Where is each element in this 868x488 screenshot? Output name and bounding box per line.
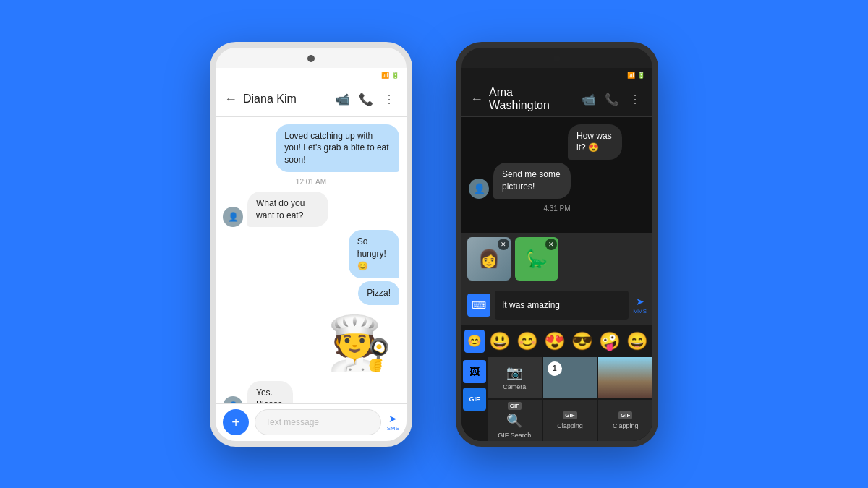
message-col: Yes. Please.: [247, 381, 312, 403]
compose-area: ⌨ It was amazing ➤ MMS: [461, 285, 652, 325]
photo-badge: 1: [548, 361, 562, 376]
bubble-sent: Loved catching up with you! Let's grab a…: [276, 124, 399, 172]
message-text: What do you want to eat?: [256, 198, 305, 221]
remove-attachment-1[interactable]: ✕: [498, 239, 509, 250]
attachment-area: 👩 ✕ 🦕 ✕: [461, 233, 652, 285]
remove-attachment-2[interactable]: ✕: [545, 239, 557, 250]
message-text: Send me some pictures!: [502, 169, 561, 192]
bubble-received: What do you want to eat?: [247, 192, 328, 228]
messages-area-dark: How was it? 😍 👤 Send me some pictures! 4…: [461, 117, 652, 233]
more-options-icon[interactable]: ⋮: [380, 90, 398, 108]
timestamp: 12:01 AM: [223, 178, 399, 186]
message-col: What do you want to eat?: [247, 192, 363, 228]
message-row-received: 👤 Send me some pictures!: [469, 163, 645, 199]
status-bar: 📶 🔋: [216, 68, 407, 82]
bubble-sent: So hungry! 😊: [349, 230, 399, 278]
status-bar-dark: 📶 🔋: [461, 68, 652, 82]
back-button-dark[interactable]: ←: [470, 92, 483, 107]
emoji-item-6[interactable]: 😄: [625, 330, 650, 353]
photos-tab-icon: 🖼: [469, 366, 480, 377]
send-icon: ➤: [388, 413, 397, 424]
message-text: Loved catching up with you! Let's grab a…: [284, 131, 388, 166]
attachment-thumb-1: 👩 ✕: [467, 237, 511, 281]
camera-dot: [307, 55, 315, 62]
compose-text: It was amazing: [502, 300, 560, 310]
timestamp-dark: 4:31 PM: [469, 205, 645, 213]
gif-label-3: GIF: [618, 411, 632, 419]
emoji-item-3[interactable]: 😍: [542, 330, 567, 353]
message-row: 👤 What do you want to eat?: [223, 192, 399, 228]
gif-label-2: GIF: [563, 411, 576, 419]
send-mms-icon: ➤: [636, 296, 644, 307]
message-col: Loved catching up with you! Let's grab a…: [223, 124, 399, 172]
emoji-item-1[interactable]: 😃: [488, 330, 512, 353]
back-button[interactable]: ←: [224, 92, 237, 107]
gif-clapping-label-1: Clapping: [557, 422, 583, 429]
emoji-tab-active[interactable]: 😊: [464, 330, 485, 353]
avatar: 👤: [223, 396, 243, 403]
bubble-sent: Pizza!: [358, 281, 399, 305]
camera-cell-label: Camera: [503, 383, 526, 390]
message-row: 👤 Yes. Please.: [223, 381, 399, 403]
photo-cell-1[interactable]: 1: [543, 357, 597, 398]
status-icons: 📶 🔋: [381, 72, 399, 79]
camera-cell-icon: 📷: [506, 364, 522, 380]
background: 📶 🔋 ← Diana Kim 📹 📞 ⋮ Love: [210, 42, 658, 447]
gif-search-cell[interactable]: GIF 🔍 GIF Search: [488, 400, 542, 441]
photos-tab[interactable]: 🖼: [463, 360, 486, 383]
emoji-item-5[interactable]: 🤪: [597, 330, 622, 353]
media-grid: 📷 Camera 1 GIF: [488, 357, 652, 441]
contact-name: Diana Kim: [243, 93, 328, 106]
screen-dark: 📶 🔋 ← Ama Washington 📹 📞 ⋮ How was it: [461, 68, 652, 441]
message-col-received: Send me some pictures!: [493, 163, 604, 199]
gif-clapping-cell-2[interactable]: GIF Clapping: [598, 400, 652, 441]
mms-label: MMS: [633, 308, 647, 314]
bubble-received-dark: Send me some pictures!: [493, 163, 571, 199]
attachment-thumb-2: 🦕 ✕: [515, 237, 558, 281]
message-text: Pizza!: [367, 288, 391, 298]
video-call-icon[interactable]: 📹: [334, 90, 352, 108]
emoji-picker-row: 😊 😃 😊 😍 😎 🤪 😄: [461, 325, 652, 357]
app-bar-dark: ← Ama Washington 📹 📞 ⋮: [461, 82, 652, 117]
photo-cell-2[interactable]: [598, 357, 652, 398]
camera-cell[interactable]: 📷 Camera: [488, 357, 542, 398]
keyboard-toggle[interactable]: ⌨: [467, 294, 490, 317]
gif-search-label: GIF Search: [498, 432, 531, 439]
send-mms-button[interactable]: ➤ MMS: [633, 296, 647, 314]
gif-label-icon: GIF: [508, 402, 522, 410]
message-text: So hungry! 😊: [357, 236, 386, 271]
phone-dark: 📶 🔋 ← Ama Washington 📹 📞 ⋮ How was it: [456, 42, 658, 447]
media-sidebar: 🖼 GIF: [461, 357, 488, 441]
input-bar: + Text message ➤ SMS: [216, 403, 407, 441]
text-input[interactable]: Text message: [255, 409, 381, 435]
more-options-icon-dark[interactable]: ⋮: [626, 90, 644, 108]
emoji-item-4[interactable]: 😎: [570, 330, 595, 353]
compose-input[interactable]: It was amazing: [495, 291, 629, 320]
avatar: 👤: [223, 207, 243, 227]
camera-dot-dark: [553, 55, 561, 62]
avatar-dark: 👤: [469, 179, 489, 199]
badge-number: 1: [553, 364, 557, 372]
message-row-sent: How was it? 😍: [469, 124, 645, 160]
video-call-icon-dark[interactable]: 📹: [580, 90, 597, 108]
phone-call-icon-dark[interactable]: 📞: [603, 90, 621, 108]
send-label: SMS: [387, 425, 399, 432]
emoji-tab-icon: 😊: [467, 334, 482, 348]
gif-tab-icon: GIF: [469, 395, 480, 403]
phone-call-icon[interactable]: 📞: [357, 90, 375, 108]
send-button[interactable]: ➤ SMS: [387, 413, 399, 432]
message-col: So hungry! 😊 Pizza!: [327, 230, 399, 304]
input-placeholder: Text message: [265, 417, 319, 427]
gif-tab[interactable]: GIF: [463, 388, 486, 411]
message-row: So hungry! 😊 Pizza!: [223, 230, 399, 304]
emoji-item-2[interactable]: 😊: [515, 330, 540, 353]
app-bar: ← Diana Kim 📹 📞 ⋮: [216, 82, 407, 117]
messages-area: Loved catching up with you! Let's grab a…: [216, 117, 407, 403]
add-button[interactable]: +: [223, 409, 249, 435]
screen-light: 📶 🔋 ← Diana Kim 📹 📞 ⋮ Love: [216, 68, 407, 441]
gif-clapping-cell-1[interactable]: GIF Clapping: [543, 400, 597, 441]
bubble-sent-dark: How was it? 😍: [568, 124, 622, 160]
plus-icon: +: [231, 414, 240, 431]
contact-name-dark: Ama Washington: [489, 86, 574, 112]
bubble-received: Yes. Please.: [247, 381, 293, 403]
